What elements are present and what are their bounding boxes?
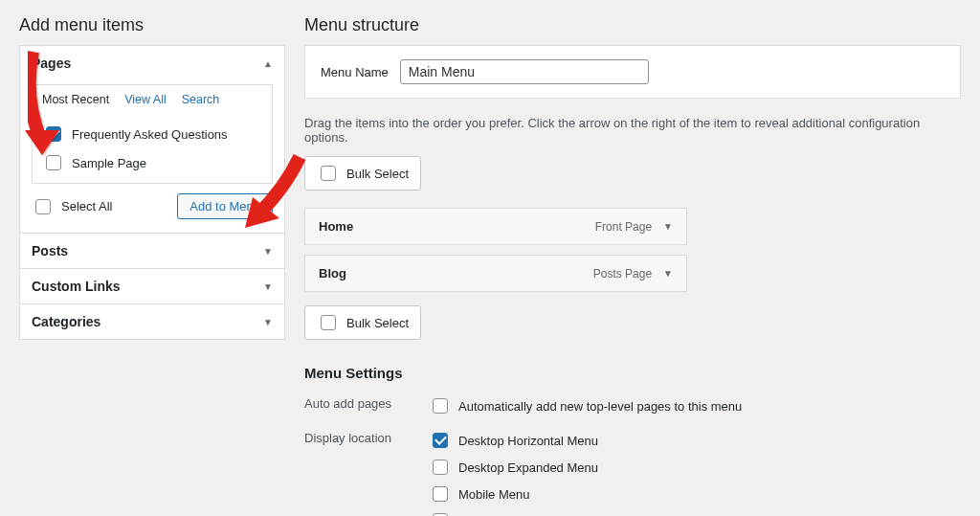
bulk-select-top[interactable]: Bulk Select (304, 156, 421, 191)
bulk-select-bottom[interactable]: Bulk Select (304, 305, 421, 340)
auto-add-label: Auto add pages (304, 394, 429, 421)
menu-item-type: Front Page (595, 220, 652, 234)
location-checkbox[interactable] (433, 486, 448, 502)
display-location-row: Display location Desktop Horizontal Menu… (304, 425, 961, 516)
menu-item-title: Blog (319, 266, 346, 280)
page-item-sample[interactable]: Sample Page (42, 150, 262, 179)
tab-search[interactable]: Search (182, 93, 220, 106)
chevron-down-icon: ▼ (263, 317, 273, 327)
menu-name-row: Menu Name (304, 45, 961, 99)
page-item-faq[interactable]: Frequently Asked Questions (42, 122, 262, 150)
custom-links-panel-header[interactable]: Custom Links ▼ (20, 269, 284, 303)
custom-links-panel: Custom Links ▼ (19, 268, 285, 304)
menu-name-label: Menu Name (321, 65, 389, 79)
pages-panel-header[interactable]: Pages ▲ (20, 46, 284, 80)
select-all-row[interactable]: Select All (32, 196, 112, 217)
menu-settings-heading: Menu Settings (304, 365, 961, 381)
location-footer[interactable]: Footer Menu (429, 509, 961, 516)
posts-panel-header[interactable]: Posts ▼ (20, 234, 284, 268)
page-item-label: Frequently Asked Questions (72, 127, 228, 142)
location-label: Desktop Expanded Menu (458, 460, 598, 475)
menu-item-home[interactable]: Home Front Page ▼ (304, 208, 687, 245)
location-desktop-horizontal[interactable]: Desktop Horizontal Menu (429, 429, 961, 456)
bulk-select-top-checkbox[interactable] (321, 166, 336, 181)
page-item-faq-checkbox[interactable] (46, 126, 61, 142)
chevron-down-icon[interactable]: ▼ (663, 221, 673, 232)
right-column: Menu structure Menu Name Drag the items … (304, 15, 961, 516)
tab-view-all[interactable]: View All (124, 93, 167, 106)
menu-items-list: Home Front Page ▼ Blog Posts Page ▼ (304, 208, 687, 292)
categories-panel-header[interactable]: Categories ▼ (20, 304, 284, 339)
pages-panel: Pages ▲ Most Recent View All Search Freq… (19, 45, 285, 234)
location-checkbox[interactable] (433, 433, 448, 448)
chevron-down-icon: ▼ (263, 246, 273, 257)
custom-links-panel-title: Custom Links (32, 279, 121, 294)
select-all-checkbox[interactable] (35, 199, 51, 214)
location-label: Mobile Menu (458, 487, 529, 502)
posts-panel: Posts ▼ (19, 233, 285, 269)
menu-structure-heading: Menu structure (304, 15, 961, 35)
menu-item-title: Home (319, 219, 353, 234)
menu-name-input[interactable] (400, 59, 649, 84)
menu-item-type: Posts Page (593, 267, 652, 280)
chevron-down-icon[interactable]: ▼ (663, 268, 673, 279)
page-item-label: Sample Page (72, 156, 146, 170)
page-item-sample-checkbox[interactable] (46, 155, 61, 170)
location-desktop-expanded[interactable]: Desktop Expanded Menu (429, 456, 961, 482)
location-mobile[interactable]: Mobile Menu (429, 482, 961, 509)
posts-panel-title: Posts (32, 243, 68, 258)
chevron-up-icon: ▲ (263, 58, 273, 69)
auto-add-option[interactable]: Automatically add new top-level pages to… (429, 394, 961, 421)
menu-item-blog[interactable]: Blog Posts Page ▼ (304, 255, 687, 292)
pages-panel-title: Pages (32, 56, 71, 71)
instructions-text: Drag the items into the order you prefer… (304, 99, 961, 156)
auto-add-checkbox[interactable] (433, 398, 448, 414)
bulk-select-label: Bulk Select (346, 316, 409, 330)
bulk-select-bottom-checkbox[interactable] (321, 315, 336, 330)
left-column: Add menu items Pages ▲ Most Recent View … (19, 15, 285, 516)
auto-add-row: Auto add pages Automatically add new top… (304, 391, 961, 425)
location-label: Desktop Horizontal Menu (458, 434, 598, 448)
tab-most-recent[interactable]: Most Recent (42, 93, 109, 106)
add-to-menu-button[interactable]: Add to Menu (177, 193, 273, 219)
chevron-down-icon: ▼ (263, 281, 273, 292)
select-all-label: Select All (61, 199, 112, 213)
pages-tabs: Most Recent View All Search (32, 84, 273, 112)
location-checkbox[interactable] (433, 460, 448, 475)
display-location-label: Display location (304, 429, 429, 516)
auto-add-text: Automatically add new top-level pages to… (458, 399, 742, 414)
bulk-select-label: Bulk Select (346, 167, 409, 181)
categories-panel: Categories ▼ (19, 303, 285, 340)
add-menu-items-heading: Add menu items (19, 15, 285, 35)
categories-panel-title: Categories (32, 314, 100, 329)
